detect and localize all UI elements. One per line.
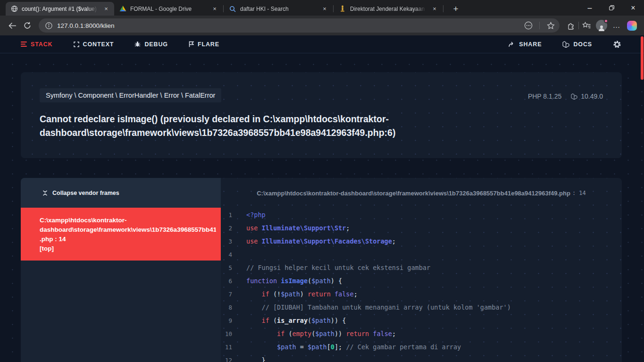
address-more-icon[interactable] xyxy=(522,19,535,32)
favorite-star-icon[interactable] xyxy=(544,19,557,32)
url-text[interactable]: 127.0.0.1:8000/klien xyxy=(57,22,518,29)
browser-tab-search[interactable]: daftar HKI - Search × xyxy=(224,2,333,16)
flare-error-page: STACK CONTEXT DEBUG xyxy=(0,35,644,362)
code-text: if (is_array($path)) { xyxy=(246,317,346,324)
collapse-label: Collapse vendor frames xyxy=(52,190,119,196)
code-line: 6function isImage($path) { xyxy=(221,274,622,287)
search-icon xyxy=(229,5,236,13)
line-number: 1 xyxy=(221,211,232,219)
file-path: C:\xampp\htdocs\kontraktor-dashboard\sto… xyxy=(257,190,570,197)
close-window-button[interactable]: × xyxy=(622,0,644,16)
code-listing[interactable]: 1<?php2use Illuminate\Support\Str;3use I… xyxy=(221,208,622,362)
code-text: function isImage($path) { xyxy=(246,277,342,285)
docs-label: DOCS xyxy=(573,41,592,48)
minimize-button[interactable]: – xyxy=(579,0,601,16)
tab-debug[interactable]: DEBUG xyxy=(134,41,168,48)
code-editor-pane: C:\xampp\htdocs\kontraktor-dashboard\sto… xyxy=(221,178,622,362)
code-text: if (!$path) return false; xyxy=(246,290,358,298)
code-text: use Illuminate\Support\Facades\Storage; xyxy=(246,237,396,245)
browser-toolbar: 127.0.0.1:8000/klien xyxy=(0,16,644,35)
restore-button[interactable] xyxy=(601,0,622,16)
exception-class-badge[interactable]: Symfony \ Component \ ErrorHandler \ Err… xyxy=(40,88,221,102)
frame-path-line: .php : 14 xyxy=(40,235,216,244)
error-summary-card: Symfony \ Component \ ErrorHandler \ Err… xyxy=(21,72,622,158)
settings-gear-icon[interactable] xyxy=(613,40,621,49)
tab-close-icon[interactable]: × xyxy=(430,5,439,13)
avatar xyxy=(596,20,607,31)
tab-title: Direktorat Jenderal Kekayaan Inte xyxy=(350,6,427,12)
file-line-number: : 14 xyxy=(572,190,586,196)
tab-close-icon[interactable]: × xyxy=(210,5,219,13)
tab-context[interactable]: CONTEXT xyxy=(74,41,114,48)
bug-icon xyxy=(134,41,141,47)
line-number: 3 xyxy=(221,238,232,245)
line-number: 4 xyxy=(221,251,232,258)
code-text: $path = $path[0]; // Cek gambar pertama … xyxy=(246,343,461,351)
code-file-header: C:\xampp\htdocs\kontraktor-dashboard\sto… xyxy=(221,178,622,208)
address-divider xyxy=(539,22,540,29)
code-line: 7 if (!$path) return false; xyxy=(221,287,622,301)
stack-frames-rest xyxy=(21,261,221,362)
tab-separator xyxy=(443,5,443,12)
line-number: 10 xyxy=(221,330,232,337)
page-scrollbar-thumb[interactable] xyxy=(641,36,644,80)
line-number: 12 xyxy=(221,357,232,362)
code-line: 8 // [DIUBAH] Tambahan untuk menangani a… xyxy=(221,301,622,314)
collapse-icon xyxy=(42,190,48,196)
code-line: 12 } xyxy=(221,354,622,362)
back-icon[interactable] xyxy=(5,18,20,33)
browser-tab-error-page[interactable]: count(): Argument #1 ($value) mu × xyxy=(6,2,114,16)
notification-dot xyxy=(604,19,608,23)
laravel-icon xyxy=(562,41,569,48)
copilot-icon[interactable] xyxy=(624,18,639,33)
code-text: // [DIUBAH] Tambahan untuk menangani arr… xyxy=(246,303,511,311)
browser-tab-google-drive[interactable]: FORMAL - Google Drive × xyxy=(114,2,223,16)
tab-separator xyxy=(223,5,224,12)
djki-icon xyxy=(339,5,346,13)
tab-stack[interactable]: STACK xyxy=(21,41,53,48)
refresh-icon[interactable] xyxy=(20,18,35,33)
tab-close-icon[interactable]: × xyxy=(320,5,329,13)
window-controls: – × xyxy=(579,0,644,16)
line-number: 8 xyxy=(221,304,232,311)
stack-frames-sidebar: Collapse vendor frames C:\xampp\htdocs\k… xyxy=(21,178,221,362)
tab-label: CONTEXT xyxy=(83,41,114,48)
settings-more-icon[interactable]: … xyxy=(609,18,624,33)
docs-button[interactable]: DOCS xyxy=(562,41,592,48)
stack-frame-selected[interactable]: C:\xampp\htdocs\kontraktor- dashboard\st… xyxy=(21,208,221,261)
new-tab-button[interactable]: + xyxy=(449,2,463,16)
code-line: 4 xyxy=(221,248,622,261)
code-line: 9 if (is_array($path)) { xyxy=(221,314,622,327)
globe-icon xyxy=(10,5,18,13)
tab-title: daftar HKI - Search xyxy=(240,6,317,12)
line-number: 11 xyxy=(221,344,232,351)
line-number: 6 xyxy=(221,278,232,285)
share-button[interactable]: SHARE xyxy=(509,41,542,48)
favorites-bar-icon[interactable] xyxy=(579,18,594,33)
frame-path-line: dashboard\storage\framework\views\1b7326… xyxy=(40,225,216,235)
php-version: PHP 8.1.25 xyxy=(528,93,561,100)
tab-label: FLARE xyxy=(198,41,219,48)
stack-icon xyxy=(21,42,27,47)
collapse-vendor-frames-button[interactable]: Collapse vendor frames xyxy=(42,190,119,196)
tab-flare[interactable]: FLARE xyxy=(189,41,219,48)
tab-title: count(): Argument #1 ($value) mu xyxy=(22,6,98,12)
tab-title: FORMAL - Google Drive xyxy=(130,6,207,12)
browser-window: count(): Argument #1 ($value) mu × FORMA… xyxy=(0,0,644,362)
drive-icon xyxy=(119,5,126,13)
tab-separator xyxy=(333,5,334,12)
browser-tab-djki[interactable]: Direktorat Jenderal Kekayaan Inte × xyxy=(334,2,443,16)
address-bar[interactable]: 127.0.0.1:8000/klien xyxy=(39,18,560,33)
error-message: Cannot redeclare isImage() (previously d… xyxy=(40,112,412,139)
tab-bar: count(): Argument #1 ($value) mu × FORMA… xyxy=(0,0,644,16)
profile-avatar[interactable] xyxy=(594,18,609,33)
laravel-version: 10.49.0 xyxy=(571,93,603,100)
stack-trace-card: Collapse vendor frames C:\xampp\htdocs\k… xyxy=(21,178,622,362)
code-line: 11 $path = $path[0]; // Cek gambar perta… xyxy=(221,340,622,354)
site-info-icon[interactable] xyxy=(45,22,52,29)
code-line: 1<?php xyxy=(221,208,622,221)
tab-close-icon[interactable]: × xyxy=(102,5,110,13)
extensions-icon[interactable] xyxy=(563,18,578,33)
flare-nav: STACK CONTEXT DEBUG xyxy=(0,35,644,53)
code-line: 5// Fungsi helper kecil untuk cek eksten… xyxy=(221,261,622,274)
